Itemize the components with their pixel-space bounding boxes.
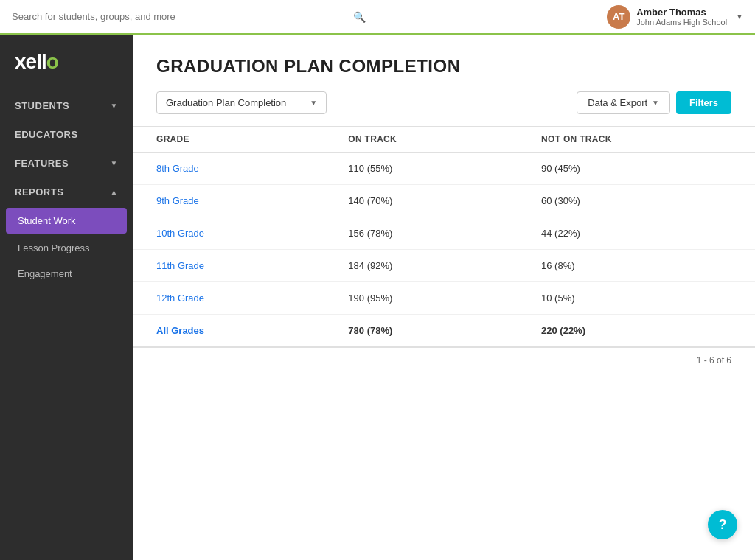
toolbar-right: Data & Export ▼ Filters [577, 91, 731, 114]
report-select-label: Graduation Plan Completion [166, 97, 286, 108]
sidebar-item-reports[interactable]: REPORTS ▲ [0, 178, 133, 206]
report-table: GRADE ON TRACK NOT ON TRACK 8th Grade110… [133, 126, 755, 348]
avatar: AT [607, 5, 630, 29]
not-on-track-cell: 10 (5%) [518, 282, 755, 315]
not-on-track-cell: 60 (30%) [518, 185, 755, 217]
search-area: 🔍 [12, 11, 607, 23]
sidebar-item-educators-label: EDUCATORS [15, 129, 78, 140]
table-row: 10th Grade156 (78%)44 (22%) [133, 217, 755, 250]
report-select-chevron-icon: ▼ [310, 99, 317, 107]
col-header-grade: GRADE [133, 127, 324, 153]
user-info: Amber Thomas John Adams High School [636, 7, 727, 27]
data-export-button[interactable]: Data & Export ▼ [577, 91, 670, 114]
table-row: 9th Grade140 (70%)60 (30%) [133, 185, 755, 217]
sidebar-item-students-label: STUDENTS [15, 100, 69, 111]
user-area[interactable]: AT Amber Thomas John Adams High School ▼ [607, 5, 743, 29]
page-header: GRADUATION PLAN COMPLETION [133, 35, 755, 91]
reports-chevron-icon: ▲ [111, 188, 118, 196]
data-export-label: Data & Export [588, 97, 647, 108]
sidebar-item-features[interactable]: feaTuRES ▼ [0, 149, 133, 178]
on-track-cell: 780 (78%) [324, 315, 518, 348]
on-track-cell: 184 (92%) [324, 250, 518, 282]
sidebar-item-students[interactable]: STUDENTS ▼ [0, 91, 133, 120]
report-select-dropdown[interactable]: Graduation Plan Completion ▼ [156, 91, 327, 114]
sidebar: xello STUDENTS ▼ EDUCATORS feaTuRES ▼ RE… [0, 35, 133, 560]
table-header-row: GRADE ON TRACK NOT ON TRACK [133, 127, 755, 153]
search-icon: 🔍 [353, 11, 366, 23]
user-school: John Adams High School [636, 18, 727, 27]
search-input-wrapper[interactable]: 🔍 [12, 11, 366, 23]
grade-cell[interactable]: All Grades [133, 315, 324, 348]
user-dropdown-chevron: ▼ [736, 13, 743, 21]
user-name: Amber Thomas [636, 7, 727, 18]
not-on-track-cell: 220 (22%) [518, 315, 755, 348]
sidebar-subitem-lesson-progress[interactable]: Lesson Progress [0, 235, 133, 261]
filters-button[interactable]: Filters [676, 91, 731, 114]
table-body: 8th Grade110 (55%)90 (45%)9th Grade140 (… [133, 153, 755, 348]
on-track-cell: 140 (70%) [324, 185, 518, 217]
grade-cell[interactable]: 9th Grade [133, 185, 324, 217]
on-track-cell: 156 (78%) [324, 217, 518, 250]
layout: xello STUDENTS ▼ EDUCATORS feaTuRES ▼ RE… [0, 35, 755, 560]
help-button[interactable]: ? [708, 510, 737, 539]
on-track-cell: 190 (95%) [324, 282, 518, 315]
table-row: 11th Grade184 (92%)16 (8%) [133, 250, 755, 282]
toolbar: Graduation Plan Completion ▼ Data & Expo… [133, 91, 755, 126]
not-on-track-cell: 44 (22%) [518, 217, 755, 250]
sidebar-subitem-engagement[interactable]: Engagement [0, 261, 133, 287]
table-row: 8th Grade110 (55%)90 (45%) [133, 153, 755, 185]
features-chevron-icon: ▼ [111, 159, 118, 167]
grade-cell[interactable]: 11th Grade [133, 250, 324, 282]
top-bar: 🔍 AT Amber Thomas John Adams High School… [0, 0, 755, 35]
grade-cell[interactable]: 8th Grade [133, 153, 324, 185]
pagination: 1 - 6 of 6 [133, 348, 755, 373]
grade-cell[interactable]: 12th Grade [133, 282, 324, 315]
sidebar-item-educators[interactable]: EDUCATORS [0, 120, 133, 149]
students-chevron-icon: ▼ [111, 102, 118, 110]
data-export-chevron-icon: ▼ [652, 99, 659, 107]
main-content: GRADUATION PLAN COMPLETION Graduation Pl… [133, 35, 755, 560]
search-input[interactable] [12, 11, 347, 22]
table-row: All Grades780 (78%)220 (22%) [133, 315, 755, 348]
not-on-track-cell: 90 (45%) [518, 153, 755, 185]
sidebar-item-reports-label: REPORTS [15, 186, 63, 197]
logo-dot: o [46, 50, 58, 73]
sidebar-item-features-label: feaTuRES [15, 158, 69, 169]
sidebar-subitem-student-work[interactable]: Student Work [6, 208, 127, 234]
col-header-not-on-track: NOT ON TRACK [518, 127, 755, 153]
on-track-cell: 110 (55%) [324, 153, 518, 185]
page-title: GRADUATION PLAN COMPLETION [156, 56, 731, 77]
grade-cell[interactable]: 10th Grade [133, 217, 324, 250]
logo: xello [0, 35, 133, 91]
col-header-on-track: ON TRACK [324, 127, 518, 153]
not-on-track-cell: 16 (8%) [518, 250, 755, 282]
table-row: 12th Grade190 (95%)10 (5%) [133, 282, 755, 315]
